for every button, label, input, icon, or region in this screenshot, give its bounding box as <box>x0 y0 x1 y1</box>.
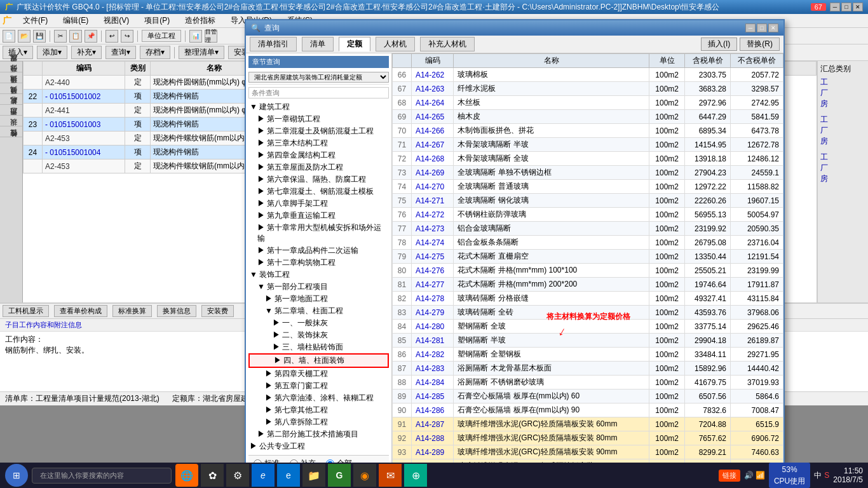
left-tab-labor[interactable]: 人材机汇总 <box>0 104 22 115</box>
toolbar-open[interactable]: 📂 <box>18 30 31 43</box>
dialog-close[interactable]: ✕ <box>768 24 778 32</box>
left-tab-report[interactable]: 报表 <box>0 126 22 137</box>
tree-node-18[interactable]: ▶ 二、装饰抹灰 <box>248 329 389 341</box>
left-tab-parts[interactable]: 分部分项 <box>0 72 22 83</box>
taskbar-icon-browser1[interactable]: 🌐 <box>175 464 198 487</box>
tree-search-input[interactable] <box>248 87 389 98</box>
replace-button[interactable]: 替换(R) <box>740 37 780 51</box>
store-btn[interactable]: 存档▾ <box>140 46 170 59</box>
taskbar-icon-edge[interactable]: e <box>277 464 300 487</box>
arrange-btn[interactable]: 整理清单▾ <box>179 46 224 59</box>
table-row[interactable]: 86 A14-282 塑钢隔断 全塑钢板 100m2 33484.11 2927… <box>393 348 783 362</box>
insert-btn[interactable]: 插入▾ <box>3 46 33 59</box>
tree-node-16[interactable]: ▼ 第二章墙、柱面工程 <box>248 305 389 317</box>
table-row[interactable]: 89 A14-285 石膏空心板隔墙 板厚在(mm以内) 60 100m2 65… <box>393 390 783 403</box>
table-row[interactable]: 71 A14-267 木骨架玻璃隔断 半玻 100m2 14154.95 126… <box>393 138 783 152</box>
table-row[interactable]: 77 A14-273 铝合金玻璃隔断 100m2 23199.92 20590.… <box>393 222 783 236</box>
tree-node-5[interactable]: ▶ 第五章屋面及防水工程 <box>248 161 389 173</box>
tree-node-23[interactable]: ▶ 第六章油漆、涂料、裱糊工程 <box>248 392 389 404</box>
tree-node-0[interactable]: ▼ 建筑工程 <box>248 101 389 113</box>
tree-node-11[interactable]: ▶ 第十一章成品构件二次运输 <box>248 245 389 257</box>
tree-node-9[interactable]: ▶ 第九章垂直运输工程 <box>248 210 389 222</box>
radio-standard[interactable]: 标准 <box>254 458 280 463</box>
tree-node-12[interactable]: ▶ 第十二章构筑物工程 <box>248 257 389 269</box>
tree-node-2[interactable]: ▶ 第二章混凝土及钢筋混凝土工程 <box>248 125 389 137</box>
tree-node-4[interactable]: ▶ 第四章金属结构工程 <box>248 149 389 161</box>
table-row[interactable]: 76 A14-272 不锈钢柱嵌防弹玻璃 100m2 56955.13 5005… <box>393 208 783 222</box>
left-tab-compliance[interactable]: 符合性检查 <box>0 137 22 147</box>
toolbar-report[interactable]: 📊 <box>189 30 202 43</box>
taskbar-icon-folder[interactable]: 📁 <box>302 464 325 487</box>
tab-labor-material[interactable]: 人材机 <box>376 37 415 51</box>
taskbar-icon-msg[interactable]: ✉ <box>379 464 402 487</box>
menu-project[interactable]: 项目(P) <box>140 15 173 27</box>
start-button[interactable]: ⊞ <box>5 464 28 487</box>
tab-quota-list[interactable]: 清单 <box>302 37 334 51</box>
table-row[interactable]: 91 A14-287 玻璃纤维增强水泥(GRC)轻质隔墙板安装 60mm 100… <box>393 417 783 431</box>
table-row[interactable]: 93 A14-289 玻璃纤维增强水泥(GRC)轻质隔墙板安装 90mm 100… <box>393 445 783 459</box>
table-row[interactable]: 78 A14-274 铝合金板条条隔断 100m2 26795.08 23716… <box>393 236 783 250</box>
tree-node-21[interactable]: ▶ 第四章天棚工程 <box>248 368 389 380</box>
table-row[interactable]: 82 A14-278 玻璃砖隔断 分格嵌缝 100m2 49327.41 431… <box>393 292 783 306</box>
tree-node-10[interactable]: ▶ 第十章常用大型机械安拆和场外运输 <box>248 222 389 245</box>
table-row[interactable]: 72 A14-268 木骨架玻璃隔断 全玻 100m2 13918.18 124… <box>393 152 783 166</box>
radio-supplement[interactable]: 补充 <box>290 458 316 463</box>
taskbar-icon-circle[interactable]: ◉ <box>353 464 376 487</box>
taskbar-icon-settings[interactable]: ⚙ <box>226 464 249 487</box>
left-tab-other[interactable]: 其他项目 <box>0 93 22 104</box>
toolbar-new[interactable]: 📄 <box>3 30 15 43</box>
table-row[interactable]: 87 A14-283 浴厕隔断 木龙骨基层木板面 100m2 15892.96 … <box>393 362 783 376</box>
region-dropdown[interactable]: 湖北省房屋建筑与装饰工程消耗量定额 <box>248 72 389 83</box>
restore-button[interactable]: □ <box>841 3 851 11</box>
taskbar-icon-g[interactable]: G <box>328 464 351 487</box>
toolbar-redo[interactable]: ↪ <box>121 30 133 43</box>
tree-node-19[interactable]: ▶ 三、墙柱贴砖饰面 <box>248 341 389 353</box>
tab-labor-display[interactable]: 工料机显示 <box>3 305 49 317</box>
toolbar-save[interactable]: 💾 <box>33 30 46 43</box>
toolbar-copy[interactable]: 📋 <box>69 30 82 43</box>
left-tab-overview[interactable]: 工程概况 <box>0 61 22 72</box>
tree-node-15[interactable]: ▶ 第一章地面工程 <box>248 293 389 305</box>
fill-btn[interactable]: 补充▾ <box>71 46 102 59</box>
tab-standard-convert[interactable]: 标准换算 <box>112 305 152 317</box>
toolbar-cut[interactable]: ✂ <box>54 30 67 43</box>
tree-node-1[interactable]: ▶ 第一章砌筑工程 <box>248 113 389 125</box>
tab-quota-guide[interactable]: 清单指引 <box>250 37 297 51</box>
table-row[interactable]: 68 A14-264 木丝板 100m2 2972.96 2742.95 <box>393 96 783 110</box>
tree-node-3[interactable]: ▶ 第三章木结构工程 <box>248 137 389 149</box>
dialog-minimize[interactable]: ─ <box>745 24 756 32</box>
table-row[interactable]: 73 A14-269 全玻璃隔断 单独不锈钢边框 100m2 27904.23 … <box>393 166 783 180</box>
table-row[interactable]: 69 A14-265 柚木皮 100m2 6447.29 5841.59 <box>393 110 783 124</box>
toolbar-undo[interactable]: ↩ <box>105 30 118 43</box>
table-row[interactable]: 81 A14-277 花式木隔断 井格(mm*mm) 200*200 100m2… <box>393 278 783 292</box>
query-btn[interactable]: 查询▾ <box>105 46 136 59</box>
insert-button[interactable]: 插入(I) <box>701 37 737 51</box>
dialog-maximize[interactable]: □ <box>757 24 767 32</box>
taskbar-icon-flower[interactable]: ✿ <box>201 464 224 487</box>
left-tab-measures[interactable]: 措施项目 <box>0 83 22 93</box>
tree-node-27[interactable]: ▶ 公共专业工程 <box>248 440 389 452</box>
tree-node-14[interactable]: ▼ 第一部分工程项目 <box>248 281 389 293</box>
tree-node-13[interactable]: ▼ 装饰工程 <box>248 269 389 281</box>
tree-node-24[interactable]: ▶ 第七章其他工程 <box>248 404 389 416</box>
unit-selector[interactable]: 单位工程 <box>142 30 181 42</box>
close-button[interactable]: ✕ <box>853 3 863 11</box>
menu-edit[interactable]: 编辑(E) <box>59 15 92 27</box>
taskbar-icon-ie[interactable]: e <box>252 464 275 487</box>
left-tab-fees[interactable]: 费用汇总 <box>0 115 22 126</box>
tree-node-22[interactable]: ▶ 第五章门窗工程 <box>248 380 389 392</box>
table-row[interactable]: 88 A14-284 浴厕隔断 不锈钢磨砂玻璃 100m2 41679.75 3… <box>393 376 783 390</box>
tree-node-26[interactable]: ▶ 第二部分施工技术措施项目 <box>248 428 389 440</box>
table-row[interactable]: 85 A14-281 塑钢隔断 半玻 100m2 29904.18 26189.… <box>393 334 783 348</box>
menu-file[interactable]: 文件(F) <box>19 15 51 27</box>
table-row[interactable]: 70 A14-266 木制饰面板拼色、拼花 100m2 6895.34 6473… <box>393 124 783 138</box>
add-btn[interactable]: 添加▾ <box>37 46 67 59</box>
table-row[interactable]: 79 A14-275 花式木隔断 直栅扇空 100m2 13350.44 121… <box>393 250 783 264</box>
table-row[interactable]: 80 A14-276 花式木隔断 井格(mm*mm) 100*100 100m2… <box>393 264 783 278</box>
tab-fixed-quota[interactable]: 定额 <box>339 37 370 51</box>
table-row[interactable]: 84 A14-280 塑钢隔断 全玻 100m2 33775.14 29625.… <box>393 320 783 334</box>
table-row[interactable]: 92 A14-288 玻璃纤维增强水泥(GRC)轻质隔墙板安装 80mm 100… <box>393 431 783 445</box>
table-row[interactable]: 66 A14-262 玻璃棉板 100m2 2303.75 2057.72 <box>393 68 783 82</box>
tree-node-25[interactable]: ▶ 第八章拆除工程 <box>248 416 389 428</box>
radio-all[interactable]: 全部 <box>326 458 352 463</box>
